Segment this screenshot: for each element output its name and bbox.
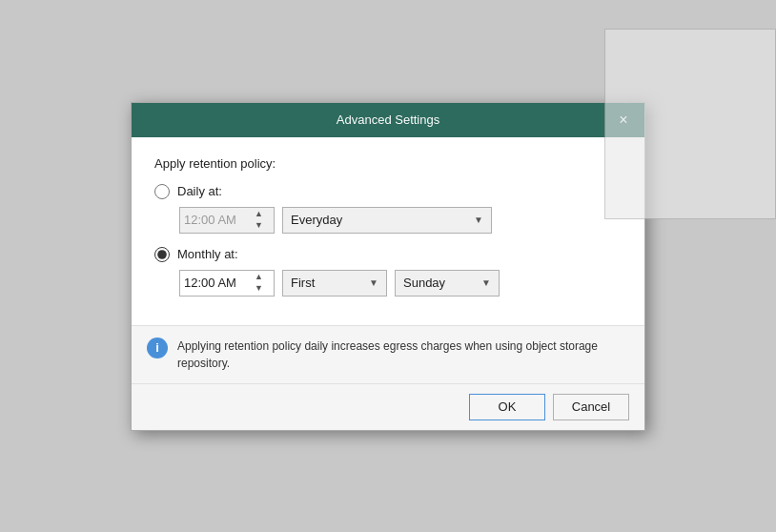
monthly-radio-row: Monthly at: xyxy=(154,247,622,262)
monthly-controls: ▲ ▼ First ▼ Sunday ▼ xyxy=(179,270,622,297)
monthly-time-down[interactable]: ▼ xyxy=(255,283,263,295)
info-row: i Applying retention policy daily increa… xyxy=(132,325,644,383)
monthly-time-input-container[interactable]: ▲ ▼ xyxy=(179,270,275,297)
monthly-day-label: Sunday xyxy=(403,276,474,290)
dialog-footer: OK Cancel xyxy=(132,383,644,430)
monthly-time-up[interactable]: ▲ xyxy=(255,272,263,283)
daily-time-up[interactable]: ▲ xyxy=(255,209,263,220)
daily-time-spinner: ▲ ▼ xyxy=(255,208,263,233)
daily-dropdown[interactable]: Everyday ▼ xyxy=(282,207,492,234)
dialog-overlay: Advanced Settings × Apply retention poli… xyxy=(0,0,776,532)
daily-controls: ▲ ▼ Everyday ▼ xyxy=(179,207,622,234)
dialog-title: Advanced Settings xyxy=(162,113,614,127)
daily-dropdown-arrow: ▼ xyxy=(474,215,483,225)
cancel-button[interactable]: Cancel xyxy=(553,394,629,420)
ok-button[interactable]: OK xyxy=(469,394,545,420)
daily-radio-row: Daily at: xyxy=(154,184,622,199)
background-window xyxy=(604,29,776,219)
daily-dropdown-label: Everyday xyxy=(291,213,466,227)
info-text: Applying retention policy daily increase… xyxy=(177,338,629,372)
daily-time-input-container[interactable]: ▲ ▼ xyxy=(179,207,275,234)
daily-time-input[interactable] xyxy=(184,213,253,227)
monthly-day-arrow: ▼ xyxy=(481,277,491,288)
daily-time-down[interactable]: ▼ xyxy=(255,220,263,232)
daily-radio[interactable] xyxy=(154,184,170,199)
monthly-time-spinner: ▲ ▼ xyxy=(255,271,263,296)
section-label: Apply retention policy: xyxy=(154,156,622,171)
monthly-first-label: First xyxy=(291,276,361,290)
monthly-first-arrow: ▼ xyxy=(369,277,378,288)
monthly-time-input[interactable] xyxy=(184,276,253,290)
daily-label[interactable]: Daily at: xyxy=(177,184,222,198)
monthly-first-dropdown[interactable]: First ▼ xyxy=(282,270,387,297)
monthly-radio[interactable] xyxy=(154,247,170,262)
advanced-settings-dialog: Advanced Settings × Apply retention poli… xyxy=(131,102,645,431)
dialog-body: Apply retention policy: Daily at: ▲ ▼ Ev… xyxy=(132,137,644,325)
monthly-day-dropdown[interactable]: Sunday ▼ xyxy=(395,270,500,297)
monthly-label[interactable]: Monthly at: xyxy=(177,247,238,261)
dialog-titlebar: Advanced Settings × xyxy=(132,103,644,137)
info-icon: i xyxy=(147,338,168,358)
